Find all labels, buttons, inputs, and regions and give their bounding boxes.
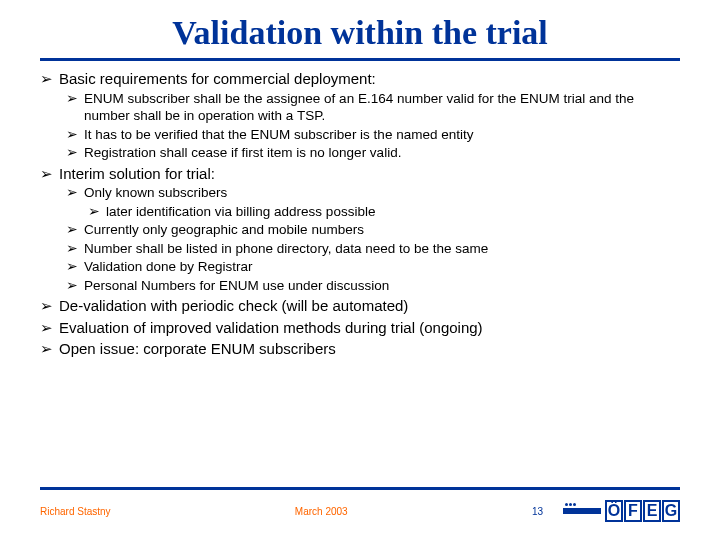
bullet-icon: ➢ [66,259,78,274]
bullet-icon: ➢ [66,278,78,293]
bullet-icon: ➢ [40,297,53,314]
bullet-icon: ➢ [40,319,53,336]
slide: Validation within the trial ➢Basic requi… [0,0,720,540]
footer-author: Richard Stastny [40,506,111,517]
footer-line: Richard Stastny March 2003 13 ÖFEG [40,500,680,522]
footer-date: March 2003 [295,506,348,517]
ofeg-logo-icon: ÖFEG [563,500,680,522]
bullet-icon: ➢ [40,165,53,182]
bullet-l2: ➢Personal Numbers for ENUM use under dis… [40,277,680,295]
bullet-text: It has to be verified that the ENUM subs… [84,127,473,142]
bullet-l2: ➢Validation done by Registrar [40,258,680,276]
bullet-icon: ➢ [66,185,78,200]
bullet-l1: ➢Evaluation of improved validation metho… [40,318,680,338]
footer: Richard Stastny March 2003 13 ÖFEG [40,487,680,522]
footer-rule [40,487,680,490]
bullet-l2: ➢It has to be verified that the ENUM sub… [40,126,680,144]
bullet-text: Currently only geographic and mobile num… [84,222,364,237]
bullet-text: Validation done by Registrar [84,259,253,274]
bullet-icon: ➢ [40,340,53,357]
bullet-text: Only known subscribers [84,185,227,200]
footer-right: 13 ÖFEG [532,500,680,522]
bullet-icon: ➢ [88,204,100,219]
bullet-l2: ➢Registration shall cease if first item … [40,144,680,162]
bullet-l2: ➢ENUM subscriber shall be the assignee o… [40,90,680,125]
bullet-text: Interim solution for trial: [59,165,215,182]
slide-title: Validation within the trial [40,14,680,52]
bullet-text: De-validation with periodic check (will … [59,297,408,314]
bullet-text: Registration shall cease if first item i… [84,145,401,160]
bullet-icon: ➢ [66,241,78,256]
bullet-text: ENUM subscriber shall be the assignee of… [84,91,634,124]
bullet-text: Personal Numbers for ENUM use under disc… [84,278,389,293]
bullet-icon: ➢ [66,127,78,142]
bullet-icon: ➢ [66,145,78,160]
bullet-l2: ➢Number shall be listed in phone directo… [40,240,680,258]
bullet-icon: ➢ [66,222,78,237]
bullet-l1: ➢Interim solution for trial: [40,164,680,184]
content-body: ➢Basic requirements for commercial deplo… [40,69,680,359]
bullet-l2: ➢Currently only geographic and mobile nu… [40,221,680,239]
bullet-l1: ➢Open issue: corporate ENUM subscribers [40,339,680,359]
bullet-l1: ➢Basic requirements for commercial deplo… [40,69,680,89]
title-underline [40,58,680,61]
bullet-l2: ➢Only known subscribers [40,184,680,202]
bullet-l1: ➢De-validation with periodic check (will… [40,296,680,316]
bullet-text: Number shall be listed in phone director… [84,241,488,256]
bullet-text: Evaluation of improved validation method… [59,319,483,336]
bullet-text: Basic requirements for commercial deploy… [59,70,376,87]
bullet-text: later identification via billing address… [106,204,375,219]
bullet-icon: ➢ [66,91,78,106]
bullet-l3: ➢later identification via billing addres… [40,203,680,221]
page-number: 13 [532,506,543,517]
bullet-icon: ➢ [40,70,53,87]
bullet-text: Open issue: corporate ENUM subscribers [59,340,336,357]
